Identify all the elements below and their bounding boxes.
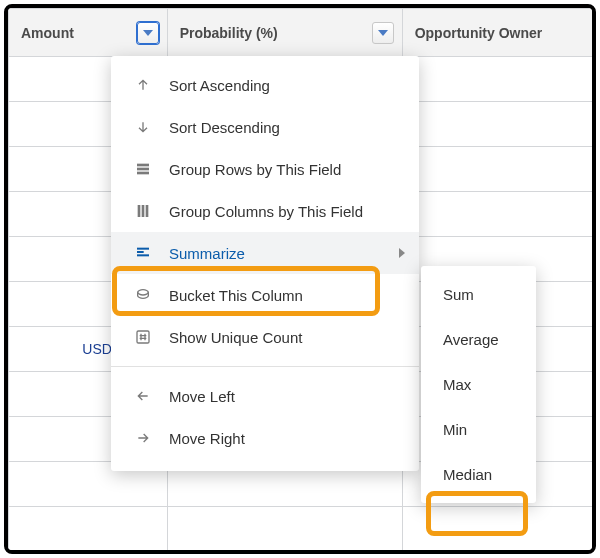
submenu-label: Sum [443,286,474,303]
menu-group-rows[interactable]: Group Rows by This Field [111,148,419,190]
col-label: Opportunity Owner [415,25,543,41]
caret-down-icon [143,30,153,36]
arrow-left-icon [133,386,153,406]
svg-rect-1 [137,168,149,171]
submenu-label: Max [443,376,471,393]
svg-rect-9 [137,331,149,343]
menu-label: Show Unique Count [169,329,302,346]
svg-rect-4 [142,205,145,217]
cell-owner [402,102,596,147]
svg-rect-7 [137,251,144,253]
menu-sort-ascending[interactable]: Sort Ascending [111,64,419,106]
menu-label: Move Right [169,430,245,447]
col-header-probability[interactable]: Probability (%) [167,9,402,57]
menu-label: Bucket This Column [169,287,303,304]
summarize-submenu: Sum Average Max Min Median [421,266,536,503]
bucket-icon [133,285,153,305]
cell-probability [167,507,402,552]
cell-value [168,521,192,537]
column-context-menu: Sort Ascending Sort Descending Group Row… [111,56,419,471]
cell-value: er [403,71,596,87]
menu-label: Move Left [169,388,235,405]
table-row [9,507,597,552]
submenu-label: Average [443,331,499,348]
hash-icon [133,327,153,347]
svg-rect-6 [137,248,149,250]
svg-rect-3 [138,205,141,217]
svg-rect-0 [137,164,149,167]
submenu-average[interactable]: Average [421,317,536,362]
cell-amount [9,507,168,552]
cell-owner: er [402,57,596,102]
col-label: Amount [21,25,74,41]
menu-unique-count[interactable]: Show Unique Count [111,316,419,358]
menu-label: Sort Ascending [169,77,270,94]
submenu-label: Min [443,421,467,438]
submenu-median[interactable]: Median [421,452,536,497]
cell-value [168,476,192,492]
cell-owner [402,507,596,552]
menu-label: Group Columns by This Field [169,203,363,220]
menu-group-columns[interactable]: Group Columns by This Field [111,190,419,232]
col-menu-trigger-amount[interactable] [137,22,159,44]
arrow-down-icon [133,117,153,137]
menu-sort-descending[interactable]: Sort Descending [111,106,419,148]
caret-down-icon [378,30,388,36]
menu-label: Group Rows by This Field [169,161,341,178]
menu-label: Sort Descending [169,119,280,136]
columns-icon [133,201,153,221]
summarize-icon [133,243,153,263]
col-menu-trigger-probability[interactable] [372,22,394,44]
submenu-sum[interactable]: Sum [421,272,536,317]
chevron-right-icon [399,248,405,258]
menu-separator [111,366,419,367]
svg-rect-8 [137,254,149,256]
col-header-owner[interactable]: Opportunity Owner [402,9,596,57]
menu-move-right[interactable]: Move Right [111,417,419,459]
submenu-min[interactable]: Min [421,407,536,452]
svg-rect-5 [146,205,149,217]
submenu-label: Median [443,466,492,483]
col-header-amount[interactable]: Amount [9,9,168,57]
cell-owner [402,192,596,237]
submenu-max[interactable]: Max [421,362,536,407]
menu-move-left[interactable]: Move Left [111,375,419,417]
col-label: Probability (%) [180,25,278,41]
arrow-up-icon [133,75,153,95]
svg-rect-2 [137,172,149,175]
arrow-right-icon [133,428,153,448]
menu-label: Summarize [169,245,245,262]
menu-bucket[interactable]: Bucket This Column [111,274,419,316]
menu-summarize[interactable]: Summarize [111,232,419,274]
rows-icon [133,159,153,179]
cell-owner [402,147,596,192]
